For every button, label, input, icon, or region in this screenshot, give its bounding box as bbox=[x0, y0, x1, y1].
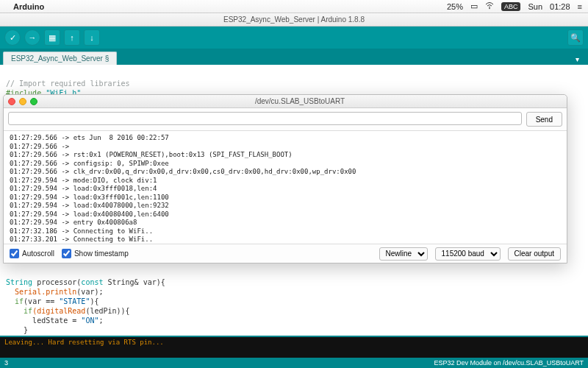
sketch-tab[interactable]: ESP32_Async_Web_Server § bbox=[3, 52, 117, 65]
status-line-col: 3 bbox=[4, 359, 8, 367]
close-icon[interactable] bbox=[8, 98, 15, 105]
open-button[interactable]: ↑ bbox=[64, 29, 80, 46]
clock-time: 01:28 bbox=[550, 2, 570, 11]
status-board-port: ESP32 Dev Module on /dev/cu.SLAB_USBtoUA… bbox=[434, 359, 584, 367]
svg-point-0 bbox=[489, 7, 490, 9]
serial-input[interactable] bbox=[8, 112, 522, 125]
traffic-lights bbox=[8, 98, 37, 105]
serial-monitor-window: /dev/cu.SLAB_USBtoUART Send 01:27:29.566… bbox=[3, 94, 567, 263]
line-ending-select[interactable]: Newline bbox=[379, 247, 428, 261]
battery-percent: 25% bbox=[447, 2, 463, 11]
timestamp-checkbox[interactable]: Show timestamp bbox=[62, 249, 129, 258]
serial-output[interactable]: 01:27:29.566 -> ets Jun 8 2016 00:22:57 … bbox=[4, 131, 567, 244]
wifi-icon bbox=[485, 2, 494, 11]
minimize-icon[interactable] bbox=[19, 98, 26, 105]
status-bar: 3 ESP32 Dev Module on /dev/cu.SLAB_USBto… bbox=[0, 358, 588, 368]
input-source-badge[interactable]: ABC bbox=[501, 2, 521, 11]
autoscroll-input[interactable] bbox=[10, 249, 19, 258]
send-button[interactable]: Send bbox=[526, 112, 562, 127]
clock-day: Sun bbox=[528, 2, 542, 11]
tab-menu-button[interactable]: ▾ bbox=[571, 54, 584, 65]
code-editor-bottom[interactable]: String processor(const String& var){ Ser… bbox=[0, 263, 588, 336]
build-console[interactable]: Leaving... Hard resetting via RTS pin... bbox=[0, 337, 588, 358]
app-name[interactable]: Arduino bbox=[13, 2, 44, 11]
save-button[interactable]: ↓ bbox=[84, 29, 100, 46]
tab-label: ESP32_Async_Web_Server § bbox=[11, 54, 109, 63]
upload-button[interactable]: → bbox=[24, 29, 40, 46]
timestamp-input[interactable] bbox=[62, 249, 71, 258]
verify-button[interactable]: ✓ bbox=[4, 29, 21, 46]
mac-menubar: Arduino 25% ▭ ABC Sun 01:28 ≡ bbox=[0, 0, 588, 13]
battery-icon: ▭ bbox=[470, 1, 478, 11]
new-button[interactable]: ▦ bbox=[44, 29, 60, 46]
autoscroll-checkbox[interactable]: Autoscroll bbox=[10, 249, 54, 258]
menu-icon[interactable]: ≡ bbox=[578, 2, 582, 11]
clear-output-button[interactable]: Clear output bbox=[508, 247, 561, 261]
serial-footer: Autoscroll Show timestamp Newline 115200… bbox=[4, 244, 567, 263]
serial-titlebar[interactable]: /dev/cu.SLAB_USBtoUART bbox=[4, 95, 567, 108]
code-editor-top[interactable]: // Import required libraries #include "W… bbox=[0, 65, 588, 96]
zoom-icon[interactable] bbox=[30, 98, 37, 105]
baud-select[interactable]: 115200 baud bbox=[435, 247, 501, 261]
tab-strip: ESP32_Async_Web_Server § ▾ bbox=[0, 49, 588, 65]
serial-monitor-button[interactable]: 🔍 bbox=[567, 29, 584, 46]
arduino-toolbar: ✓ → ▦ ↑ ↓ 🔍 bbox=[0, 26, 588, 49]
window-title: ESP32_Async_Web_Server | Arduino 1.8.8 bbox=[0, 13, 588, 26]
serial-title: /dev/cu.SLAB_USBtoUART bbox=[37, 97, 562, 105]
